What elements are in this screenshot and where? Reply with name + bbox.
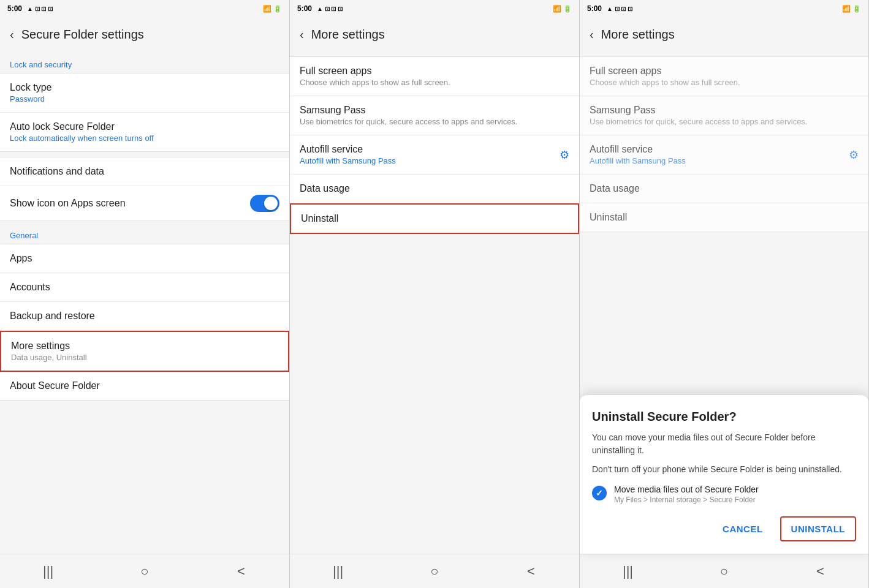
section-label-general: General: [0, 222, 289, 244]
auto-lock-item[interactable]: Auto lock Secure Folder Lock automatical…: [0, 113, 289, 151]
backup-item[interactable]: Backup and restore: [0, 302, 289, 331]
gear-icon-3[interactable]: ⚙: [849, 148, 859, 162]
panel1: 5:00 ▲ ⊡ ⊡ ⊡ 📶 🔋 ‹ Secure Folder setting…: [0, 0, 290, 588]
nav-home-2[interactable]: ○: [422, 564, 447, 579]
autofill-title-3: Autofill service: [590, 144, 686, 155]
samsung-pass-subtitle-3: Use biometrics for quick, secure access …: [590, 117, 859, 126]
nav-back-1[interactable]: <: [229, 564, 253, 579]
lock-type-title: Lock type: [10, 82, 279, 93]
nav-back-3[interactable]: <: [808, 564, 833, 579]
auto-lock-title: Auto lock Secure Folder: [10, 121, 279, 132]
time-1: 5:00: [7, 4, 22, 13]
autofill-text: Autofill service Autofill with Samsung P…: [300, 144, 396, 165]
show-icon-item[interactable]: Show icon on Apps screen: [0, 186, 289, 221]
status-icons-1: ▲ ⊡ ⊡ ⊡: [27, 6, 53, 12]
accounts-item[interactable]: Accounts: [0, 273, 289, 302]
uninstall-confirm-button[interactable]: Uninstall: [780, 516, 856, 541]
checkbox-checked-icon[interactable]: [592, 486, 607, 500]
uninstall-item-3[interactable]: Uninstall: [580, 203, 868, 232]
nav-header-1: ‹ Secure Folder settings: [0, 17, 289, 51]
back-button-1[interactable]: ‹: [10, 28, 14, 42]
back-button-2[interactable]: ‹: [300, 28, 304, 42]
more-settings-card: Full screen apps Choose which apps to sh…: [290, 56, 579, 235]
autofill-item[interactable]: Autofill service Autofill with Samsung P…: [290, 135, 579, 175]
samsung-pass-subtitle: Use biometrics for quick, secure access …: [300, 117, 569, 126]
full-screen-subtitle-3: Choose which apps to show as full screen…: [590, 78, 859, 87]
show-icon-toggle[interactable]: [250, 195, 279, 212]
notifications-title: Notifications and data: [10, 166, 279, 177]
samsung-pass-title-3: Samsung Pass: [590, 105, 859, 116]
nav-recent-1[interactable]: |||: [36, 564, 61, 579]
page-title-2: More settings: [311, 28, 385, 42]
back-button-3[interactable]: ‹: [590, 28, 594, 42]
autofill-item-3[interactable]: Autofill service Autofill with Samsung P…: [580, 135, 868, 175]
checkbox-text-group: Move media files out of Secure Folder My…: [614, 484, 759, 504]
uninstall-item[interactable]: Uninstall: [290, 203, 579, 234]
status-bar-3: 5:00 ▲ ⊡ ⊡ ⊡ 📶 🔋: [580, 0, 868, 17]
autofill-title: Autofill service: [300, 144, 396, 155]
more-settings-item[interactable]: More settings Data usage, Uninstall: [0, 331, 289, 372]
wifi-icon: 📶: [263, 5, 271, 13]
page-title-1: Secure Folder settings: [21, 28, 144, 42]
content-area-1: Lock and security Lock type Password Aut…: [0, 51, 289, 554]
samsung-pass-item[interactable]: Samsung Pass Use biometrics for quick, s…: [290, 96, 579, 135]
panel2: 5:00 ▲ ⊡ ⊡ ⊡ 📶 🔋 ‹ More settings Full sc…: [290, 0, 580, 588]
show-icon-row: Show icon on Apps screen: [10, 195, 279, 212]
full-screen-item-3[interactable]: Full screen apps Choose which apps to sh…: [580, 57, 868, 96]
status-right-1: 📶 🔋: [263, 5, 282, 13]
general-card: Apps Accounts Backup and restore More se…: [0, 244, 289, 401]
section-label-lock: Lock and security: [0, 51, 289, 73]
apps-item[interactable]: Apps: [0, 244, 289, 273]
status-left-1: 5:00 ▲ ⊡ ⊡ ⊡: [7, 4, 53, 13]
data-usage-title-3: Data usage: [590, 183, 859, 194]
full-screen-item[interactable]: Full screen apps Choose which apps to sh…: [290, 57, 579, 96]
status-right-2: 📶 🔋: [553, 5, 572, 13]
data-usage-title: Data usage: [300, 183, 569, 194]
checkbox-sub-label: My Files > Internal storage > Secure Fol…: [614, 496, 759, 504]
full-screen-title: Full screen apps: [300, 66, 569, 77]
checkbox-main-label: Move media files out of Secure Folder: [614, 484, 759, 494]
more-settings-card-3: Full screen apps Choose which apps to sh…: [580, 56, 868, 232]
nav-back-2[interactable]: <: [518, 564, 543, 579]
autofill-subtitle-3: Autofill with Samsung Pass: [590, 156, 686, 165]
wifi-icon-2: 📶: [553, 5, 561, 13]
show-icon-title: Show icon on Apps screen: [10, 198, 126, 209]
data-usage-item-3[interactable]: Data usage: [580, 175, 868, 203]
lock-type-item[interactable]: Lock type Password: [0, 74, 289, 113]
data-usage-item[interactable]: Data usage: [290, 175, 579, 203]
notifications-item[interactable]: Notifications and data: [0, 157, 289, 186]
dialog-buttons: Cancel Uninstall: [592, 516, 856, 541]
lock-security-card: Lock type Password Auto lock Secure Fold…: [0, 73, 289, 152]
samsung-pass-item-3[interactable]: Samsung Pass Use biometrics for quick, s…: [580, 96, 868, 135]
dialog-checkbox-row: Move media files out of Secure Folder My…: [592, 484, 856, 504]
nav-home-3[interactable]: ○: [712, 564, 737, 579]
apps-title: Apps: [10, 253, 279, 264]
samsung-pass-title: Samsung Pass: [300, 105, 569, 116]
nav-recent-2[interactable]: |||: [326, 564, 351, 579]
dialog-title: Uninstall Secure Folder?: [592, 410, 856, 424]
time-2: 5:00: [297, 4, 312, 13]
nav-recent-3[interactable]: |||: [616, 564, 640, 579]
battery-icon: 🔋: [273, 5, 282, 13]
cancel-button[interactable]: Cancel: [713, 516, 773, 541]
more-settings-title: More settings: [11, 341, 278, 352]
autofill-row: Autofill service Autofill with Samsung P…: [300, 144, 569, 165]
status-right-3: 📶 🔋: [842, 5, 861, 13]
notifications-card: Notifications and data Show icon on Apps…: [0, 157, 289, 221]
battery-icon-3: 🔋: [852, 5, 861, 13]
nav-home-1[interactable]: ○: [132, 564, 157, 579]
bottom-nav-2: ||| ○ <: [290, 554, 579, 588]
more-settings-subtitle: Data usage, Uninstall: [11, 353, 278, 362]
dialog-text1: You can move your media files out of Sec…: [592, 431, 856, 457]
content-area-2: Full screen apps Choose which apps to sh…: [290, 51, 579, 554]
dialog-text2: Don't turn off your phone while Secure F…: [592, 463, 856, 476]
autofill-text-3: Autofill service Autofill with Samsung P…: [590, 144, 686, 165]
gear-icon[interactable]: ⚙: [560, 148, 569, 162]
bottom-nav-3: ||| ○ <: [580, 554, 868, 588]
autofill-subtitle: Autofill with Samsung Pass: [300, 156, 396, 165]
status-bar-1: 5:00 ▲ ⊡ ⊡ ⊡ 📶 🔋: [0, 0, 289, 17]
time-3: 5:00: [587, 4, 602, 13]
autofill-row-3: Autofill service Autofill with Samsung P…: [590, 144, 859, 165]
about-item[interactable]: About Secure Folder: [0, 372, 289, 400]
status-left-3: 5:00 ▲ ⊡ ⊡ ⊡: [587, 4, 632, 13]
